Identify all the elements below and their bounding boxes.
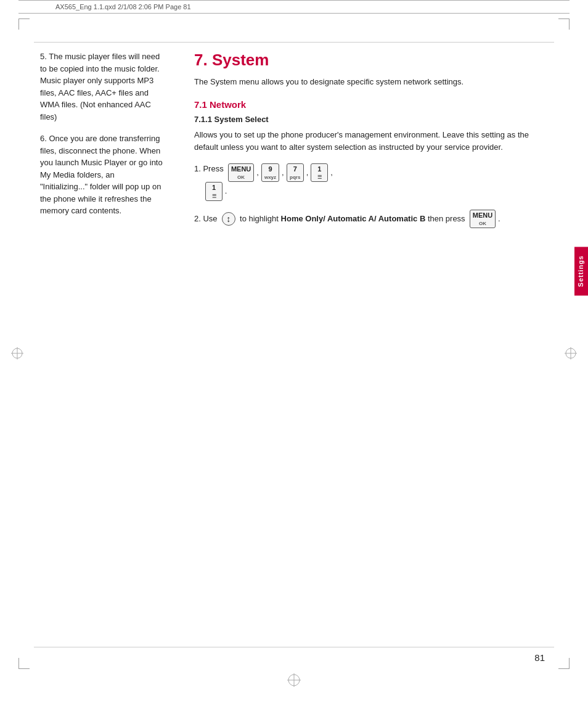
step2-prefix: 2. Use [194,214,219,223]
key-menu-ok-1: MENUOK [228,163,254,183]
content-area: 5. The music player files will need to b… [34,14,554,237]
divider-bottom [34,647,554,647]
corner-mark-br [558,658,570,669]
list-item-6-text: Once you are done transferring files, di… [40,134,163,215]
list-item-5-text: The music player files will need to be c… [40,52,160,121]
key-7pqrs: 7pqrs [287,163,304,183]
step1-label: 1. Press [194,164,226,173]
key-1a: 1☰ [311,163,328,183]
reg-mark-left [11,347,23,359]
left-column: 5. The music player files will need to b… [34,51,163,237]
reg-mark-right [565,347,577,359]
key-1b: 1☰ [205,182,223,201]
nav-button: ↕ [222,212,235,226]
corner-mark-bl [18,658,30,669]
system-select-desc: Allows you to set up the phone producer'… [194,129,554,154]
step2: 2. Use ↕ to highlight Home Only/ Automat… [194,210,554,229]
page-number: 81 [534,652,545,663]
page-header: AX565_Eng 1.1.qxd 2/1/08 2:06 PM Page 81 [18,0,570,14]
list-item-5: 5. The music player files will need to b… [40,51,163,123]
header-text: AX565_Eng 1.1.qxd 2/1/08 2:06 PM Page 81 [55,3,191,10]
step1-second-line: 1☰ . [205,186,227,195]
corner-mark-tl [18,18,30,30]
list-item-5-number: 5. [40,52,49,61]
settings-tab: Settings [574,247,588,295]
subsub-title: 7.1.1 System Select [194,115,554,124]
center-bottom-reg [287,673,301,689]
step2-middle: to highlight Home Only/ Automatic A/ Aut… [237,214,467,223]
comma1: , [256,166,259,179]
step2-bold: Home Only/ Automatic A/ Automatic B [281,214,426,223]
divider-top [34,42,554,43]
period2: . [498,214,500,223]
comma3: , [306,166,309,179]
section-desc: The System menu allows you to designate … [194,76,554,88]
key-9wxyz: 9wxyz [261,163,279,183]
list-item-6: 6. Once you are done transferring files,… [40,133,163,217]
list-item-6-number: 6. [40,134,49,143]
period1: . [225,186,227,195]
right-column: 7. System The System menu allows you to … [182,51,554,237]
key-menu-ok-2: MENUOK [470,210,496,229]
comma4: , [330,166,333,179]
comma2: , [282,166,284,179]
corner-mark-tr [558,18,570,30]
step1-keys: MENUOK , 9wxyz , 7pqrs , 1☰ , [228,163,333,183]
subsection-title: 7.1 Network [194,99,554,110]
section-title: 7. System [194,51,554,70]
step1: 1. Press MENUOK , 9wxyz , 7pqrs , 1☰ , 1… [194,163,554,201]
